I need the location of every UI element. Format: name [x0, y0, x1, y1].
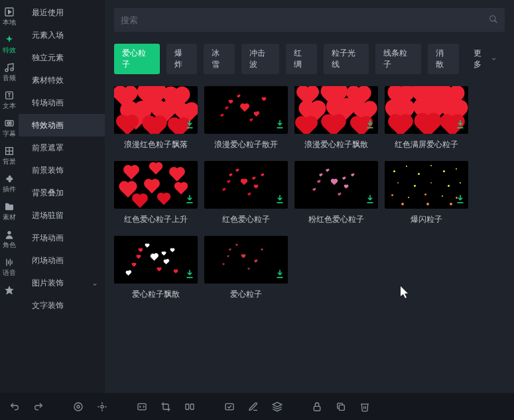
card-label: 浪漫爱心粒子飘散	[294, 139, 378, 150]
svg-rect-25	[277, 202, 283, 203]
download-icon[interactable]	[275, 119, 285, 132]
rail-sparkle-icon[interactable]: 特效	[0, 30, 19, 58]
delete-button[interactable]	[355, 397, 374, 416]
rail-grid-icon[interactable]: 背景	[0, 142, 19, 170]
card-label: 红色爱心粒子	[204, 214, 288, 225]
check-button[interactable]	[220, 397, 239, 416]
side-label: 前景遮罩	[32, 142, 64, 154]
rail-label: 特效	[3, 46, 16, 54]
filter-tag[interactable]: 粒子光线	[324, 44, 369, 74]
rail-mic-icon[interactable]: 语音	[0, 253, 19, 281]
filter-tag[interactable]: 爆炸	[166, 44, 197, 74]
rail-music-icon[interactable]: 音频	[0, 58, 19, 86]
rail-label: 语音	[3, 269, 16, 277]
svg-rect-38	[186, 404, 189, 409]
effect-card: 爆闪粒子	[385, 161, 468, 225]
side-item[interactable]: 开场动画	[19, 227, 105, 249]
download-icon[interactable]	[184, 119, 195, 132]
tag-row: 爱心粒子爆炸冰雪冲击波红绸粒子光线线条粒子消散更多	[114, 44, 505, 74]
rail-star-icon[interactable]	[0, 281, 19, 299]
side-label: 前景装饰	[32, 165, 64, 176]
split-button[interactable]	[180, 397, 199, 416]
effect-card: 红色满屏爱心粒子	[385, 86, 468, 150]
layers-button[interactable]	[268, 397, 287, 416]
rail-cc-icon[interactable]: CC字幕	[0, 114, 19, 142]
card-label: 爆闪粒子	[385, 214, 468, 225]
thumbnail[interactable]	[294, 86, 378, 134]
thumbnail[interactable]	[114, 236, 198, 284]
side-label: 特效动画	[32, 120, 64, 131]
side-item[interactable]: 闭场动画	[19, 249, 105, 272]
filter-tag[interactable]: 冲击波	[241, 44, 280, 74]
filter-tag[interactable]: 冰雪	[204, 44, 234, 74]
download-icon[interactable]	[184, 194, 195, 207]
side-item[interactable]: 素材特效	[19, 69, 105, 91]
side-item[interactable]: 转场动画	[19, 91, 105, 114]
svg-rect-22	[367, 127, 373, 129]
effect-card: 浪漫爱心粒子散开	[204, 86, 288, 150]
card-label: 红色满屏爱心粒子	[385, 139, 468, 150]
star-icon	[4, 285, 15, 295]
filter-tag[interactable]: 消散	[428, 44, 458, 74]
aspect-button[interactable]	[69, 397, 88, 416]
side-label: 文字装饰	[32, 300, 64, 311]
rail-text-icon[interactable]: 文本	[0, 86, 19, 114]
redo-button[interactable]	[29, 397, 48, 416]
rail-label: 字幕	[3, 130, 16, 138]
plugin-icon	[4, 174, 15, 184]
copy-button[interactable]	[332, 397, 350, 416]
filter-tag[interactable]: 爱心粒子	[114, 44, 160, 74]
edit-button[interactable]	[244, 397, 263, 416]
side-item[interactable]: 前景装饰	[19, 159, 105, 182]
lock-button[interactable]	[308, 397, 326, 416]
rail-plugin-icon[interactable]: 插件	[0, 170, 19, 197]
thumbnail[interactable]	[114, 161, 198, 209]
side-item[interactable]: 元素入场	[19, 24, 105, 46]
card-label: 粉红色爱心粒子	[294, 214, 378, 225]
download-icon[interactable]	[365, 194, 375, 207]
search-bar[interactable]	[114, 8, 505, 32]
more-button[interactable]: 更多	[466, 44, 505, 74]
svg-rect-23	[457, 127, 463, 129]
thumbnail[interactable]	[204, 236, 288, 284]
download-icon[interactable]	[275, 269, 285, 282]
card-label: 浪漫爱心粒子散开	[204, 139, 288, 150]
download-icon[interactable]	[365, 119, 375, 132]
target-button[interactable]	[93, 397, 111, 416]
thumbnail[interactable]	[114, 86, 198, 134]
filter-tag[interactable]: 线条粒子	[375, 44, 421, 74]
svg-point-18	[490, 15, 495, 21]
side-item[interactable]: 前景遮罩	[19, 136, 105, 159]
svg-point-30	[74, 403, 82, 411]
card-label: 红色爱心粒子上升	[114, 214, 198, 225]
rail-folder-icon[interactable]: 素材	[0, 197, 19, 225]
thumbnail[interactable]	[204, 86, 288, 134]
svg-point-2	[5, 69, 8, 72]
download-icon[interactable]	[184, 269, 195, 282]
side-item[interactable]: 特效动画	[19, 114, 105, 136]
side-item[interactable]: 图片装饰⌄	[19, 272, 105, 294]
rail-film-icon[interactable]: 本地	[0, 3, 19, 30]
thumbnail[interactable]	[204, 161, 288, 209]
code-button[interactable]	[133, 397, 151, 416]
side-item[interactable]: 进场驻留	[19, 204, 105, 227]
crop-button[interactable]	[157, 397, 175, 416]
rail-person-icon[interactable]: 角色	[0, 225, 19, 253]
effect-card: 浪漫红色粒子飘落	[114, 86, 198, 150]
side-item[interactable]: 文字装饰	[19, 294, 105, 317]
thumbnail[interactable]	[385, 161, 468, 209]
side-label: 独立元素	[32, 52, 64, 64]
filter-tag[interactable]: 红绸	[286, 44, 316, 74]
undo-button[interactable]	[5, 397, 24, 416]
download-icon[interactable]	[455, 194, 466, 207]
download-icon[interactable]	[275, 194, 285, 207]
rail-label: 音频	[3, 74, 16, 82]
side-item[interactable]: 最近使用	[19, 1, 105, 24]
side-item[interactable]: 独立元素	[19, 46, 105, 69]
search-input[interactable]	[121, 15, 489, 25]
download-icon[interactable]	[455, 119, 466, 132]
side-label: 图片装饰	[32, 278, 64, 289]
side-item[interactable]: 背景叠加	[19, 182, 105, 204]
thumbnail[interactable]	[385, 86, 468, 134]
thumbnail[interactable]	[294, 161, 378, 209]
